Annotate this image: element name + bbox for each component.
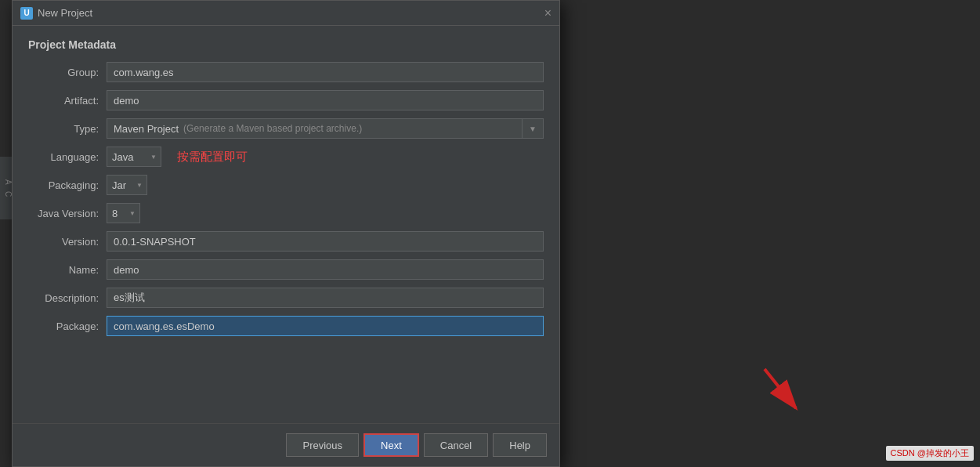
group-label: Group: [28, 67, 107, 78]
next-button[interactable]: Next [363, 433, 419, 457]
artifact-label: Artifact: [28, 95, 107, 107]
csdn-watermark: CSDN @掉发的小王 [886, 446, 974, 461]
name-label: Name: [28, 264, 107, 276]
group-input[interactable] [107, 62, 544, 82]
close-button[interactable]: × [544, 7, 551, 20]
package-label: Package: [28, 320, 107, 332]
previous-button[interactable]: Previous [286, 433, 359, 457]
type-dropdown-button[interactable]: ▼ [523, 118, 544, 139]
version-label: Version: [28, 236, 107, 248]
java-version-row: Java Version: 8 11 17 [28, 203, 544, 223]
type-label: Type: [28, 123, 107, 135]
dialog-footer: Previous Next Cancel Help [13, 423, 559, 466]
artifact-row: Artifact: [28, 90, 544, 110]
description-input[interactable] [107, 288, 544, 308]
java-version-select-wrapper: 8 11 17 [107, 203, 140, 223]
type-hint: (Generate a Maven based project archive.… [183, 123, 362, 134]
annotation-text: 按需配置即可 [177, 150, 248, 165]
new-project-dialog: U New Project × Project Metadata Group: … [12, 0, 560, 467]
cancel-button[interactable]: Cancel [424, 433, 488, 457]
description-row: Description: [28, 288, 544, 308]
version-input[interactable] [107, 231, 544, 252]
group-row: Group: [28, 62, 544, 82]
java-version-label: Java Version: [28, 208, 107, 219]
title-bar-left: U New Project [20, 7, 92, 20]
package-input[interactable] [107, 316, 544, 336]
artifact-input[interactable] [107, 90, 544, 110]
type-select-box[interactable]: Maven Project (Generate a Maven based pr… [107, 118, 523, 139]
type-row: Type: Maven Project (Generate a Maven ba… [28, 118, 544, 139]
packaging-row: Packaging: Jar War [28, 175, 544, 195]
language-row: Language: Java Kotlin Groovy 按需配置即可 [28, 147, 544, 167]
dialog-title-bar: U New Project × [13, 1, 559, 26]
name-input[interactable] [107, 259, 544, 280]
help-button[interactable]: Help [493, 433, 547, 457]
type-value: Maven Project [114, 123, 179, 135]
section-title: Project Metadata [28, 38, 544, 51]
type-select-wrapper: Maven Project (Generate a Maven based pr… [107, 118, 544, 139]
packaging-label: Packaging: [28, 179, 107, 191]
intellij-icon: U [20, 7, 33, 20]
name-row: Name: [28, 259, 544, 280]
language-select[interactable]: Java Kotlin Groovy [107, 147, 161, 167]
package-row: Package: [28, 316, 544, 336]
language-select-wrapper: Java Kotlin Groovy [107, 147, 161, 167]
java-version-select[interactable]: 8 11 17 [107, 203, 140, 223]
packaging-select-wrapper: Jar War [107, 175, 147, 195]
packaging-select[interactable]: Jar War [107, 175, 147, 195]
version-row: Version: [28, 231, 544, 252]
description-label: Description: [28, 292, 107, 304]
dialog-content: Project Metadata Group: Artifact: Type: … [13, 26, 559, 423]
dialog-title: New Project [38, 7, 92, 19]
language-label: Language: [28, 151, 107, 163]
